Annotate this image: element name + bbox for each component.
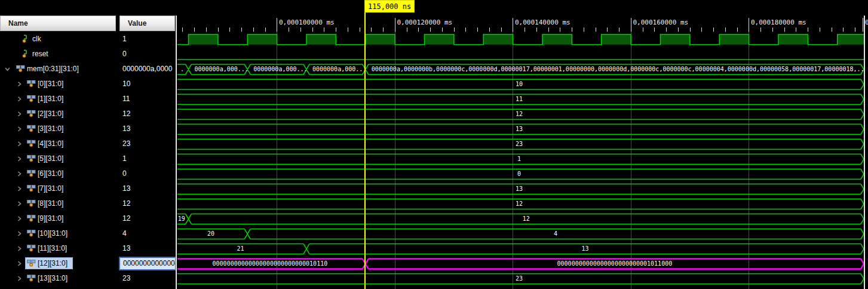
bus-value-label: 12: [177, 107, 861, 121]
signal-name-row-mem8[interactable]: [8][31:0]: [0, 196, 116, 211]
signal-label: [11][31:0]: [38, 241, 67, 256]
signal-name-row-mem10[interactable]: [10][31:0]: [0, 226, 116, 241]
bus-value-label: 00000000000000000000000000010110: [177, 256, 363, 271]
expand-chevron[interactable]: [17, 156, 22, 162]
bus-value-label: 21: [177, 241, 303, 256]
bus-value-label: 0000000a,000...: [309, 62, 366, 77]
ruler-minor-tick: [784, 28, 785, 32]
signal-name-row-mem2[interactable]: [2][31:0]: [0, 107, 116, 121]
ruler-major-tick: [395, 18, 395, 32]
signal-label: mem[0:31][31:0]: [27, 62, 79, 77]
bus-icon: [27, 139, 36, 149]
expand-chevron[interactable]: [17, 126, 22, 132]
wave-row-mem10: 204: [177, 226, 868, 241]
bus-value-label: 13: [309, 241, 861, 256]
expand-chevron[interactable]: [17, 216, 22, 221]
signal-label: [2][31:0]: [38, 107, 63, 121]
expand-chevron[interactable]: [17, 81, 22, 87]
signal-name-row-mem0[interactable]: [0][31:0]: [0, 77, 116, 92]
signal-value-cell-mem10[interactable]: 4: [119, 226, 175, 241]
signal-value-cell-mem5[interactable]: 1: [119, 151, 175, 166]
signal-value-cell-mem6[interactable]: 0: [119, 166, 175, 181]
ruler-minor-tick: [737, 28, 738, 32]
ruler-minor-tick: [832, 28, 832, 32]
bus-icon: [27, 244, 36, 254]
signal-value-cell-mem[interactable]: 0000000a,0000: [119, 62, 175, 77]
signal-name-row-mem5[interactable]: [5][31:0]: [0, 151, 116, 166]
signal-value-cell-mem13[interactable]: 23: [119, 271, 175, 286]
wave-right-border: [864, 16, 865, 289]
ruler-minor-tick: [360, 28, 360, 32]
signal-name-row-mem3[interactable]: [3][31:0]: [0, 121, 116, 136]
signal-name-row-mem9[interactable]: [9][31:0]: [0, 211, 116, 226]
ruler-minor-tick: [489, 28, 490, 32]
signal-icon: [22, 35, 29, 45]
signal-label: clk: [32, 32, 41, 47]
signal-value-cell-mem2[interactable]: 12: [119, 107, 175, 121]
ruler-minor-tick: [371, 28, 372, 32]
ruler-minor-tick: [596, 28, 596, 32]
ruler-minor-tick: [760, 28, 761, 32]
signal-name-row-mem4[interactable]: [4][31:0]: [0, 136, 116, 151]
bus-icon: [27, 184, 36, 194]
signal-name-row-mem11[interactable]: [11][31:0]: [0, 241, 116, 256]
signal-value-cell-mem8[interactable]: 12: [119, 196, 175, 211]
bus-icon: [27, 229, 36, 239]
signal-value-cell-mem9[interactable]: 12: [119, 211, 175, 226]
expand-chevron[interactable]: [17, 261, 22, 266]
expand-chevron[interactable]: [17, 276, 22, 281]
signal-value-cell-mem0[interactable]: 10: [119, 77, 175, 92]
expand-chevron[interactable]: [17, 111, 22, 117]
bus-value-label: 13: [177, 121, 861, 136]
signal-value-cell-mem3[interactable]: 13: [119, 121, 175, 136]
bus-value-label: 1: [177, 151, 861, 166]
signal-value-cell-clk[interactable]: 1: [119, 32, 175, 47]
bus-icon: [27, 259, 36, 269]
signal-name-row-mem1[interactable]: [1][31:0]: [0, 92, 116, 107]
signal-name-row-mem12[interactable]: [12][31:0]: [0, 256, 116, 271]
expand-chevron[interactable]: [17, 141, 22, 147]
signal-label: [3][31:0]: [38, 121, 63, 136]
value-column-header[interactable]: Value: [119, 16, 175, 31]
expand-chevron[interactable]: [17, 231, 22, 236]
expand-chevron[interactable]: [17, 186, 22, 191]
signal-name-row-mem[interactable]: mem[0:31][31:0]: [0, 62, 116, 77]
ruler-minor-tick: [584, 28, 584, 32]
signal-name-row-clk[interactable]: clk: [0, 32, 116, 47]
cursor-time-badge[interactable]: 115,000 ns: [364, 0, 415, 13]
signal-value-cell-reset[interactable]: 0: [119, 47, 175, 62]
expand-chevron[interactable]: [17, 171, 22, 177]
signal-value-cell-mem12[interactable]: 00000000000000: [119, 257, 176, 270]
ruler-minor-tick: [194, 28, 195, 32]
signal-name-row-mem6[interactable]: [6][31:0]: [0, 166, 116, 181]
ruler-major-tick: [513, 18, 513, 32]
bus-value-label: 12: [192, 211, 861, 226]
expand-chevron[interactable]: [17, 201, 22, 206]
signal-value-cell-mem1[interactable]: 11: [119, 92, 175, 107]
signal-label: [9][31:0]: [38, 211, 63, 226]
wave-row-mem: . .0000000a,000...0000000a,000...0000000…: [177, 62, 868, 77]
wave-row-mem2: 12: [177, 107, 868, 121]
signal-name-row-mem13[interactable]: [13][31:0]: [0, 271, 116, 286]
signal-value-cell-mem4[interactable]: 23: [119, 136, 175, 151]
signal-label: [8][31:0]: [38, 196, 63, 211]
ruler-minor-tick: [229, 28, 230, 32]
cursor-line[interactable]: [364, 13, 366, 289]
expand-chevron[interactable]: [17, 96, 22, 102]
ruler-minor-tick: [560, 28, 560, 32]
wave-row-mem13: 23: [177, 271, 868, 286]
signal-value-cell-mem11[interactable]: 13: [119, 241, 175, 256]
signal-label: [6][31:0]: [38, 166, 63, 181]
signal-name-row-reset[interactable]: reset: [0, 47, 116, 62]
waveform-viewer-window: Name Value clkresetmem[0:31][31:0][0][31…: [0, 0, 868, 289]
expand-chevron[interactable]: [17, 246, 22, 251]
panel-divider[interactable]: [176, 16, 177, 289]
wave-canvas[interactable]: 0,000100000 ms0,000120000 ms0,000140000 …: [177, 0, 868, 289]
signal-name-row-mem7[interactable]: [7][31:0]: [0, 181, 116, 196]
bus-icon: [27, 95, 36, 104]
ruler-minor-tick: [465, 28, 466, 32]
signal-value-cell-mem7[interactable]: 13: [119, 181, 175, 196]
expand-chevron[interactable]: [5, 66, 10, 72]
name-column-header[interactable]: Name: [0, 16, 116, 31]
ruler-minor-tick: [525, 28, 525, 32]
